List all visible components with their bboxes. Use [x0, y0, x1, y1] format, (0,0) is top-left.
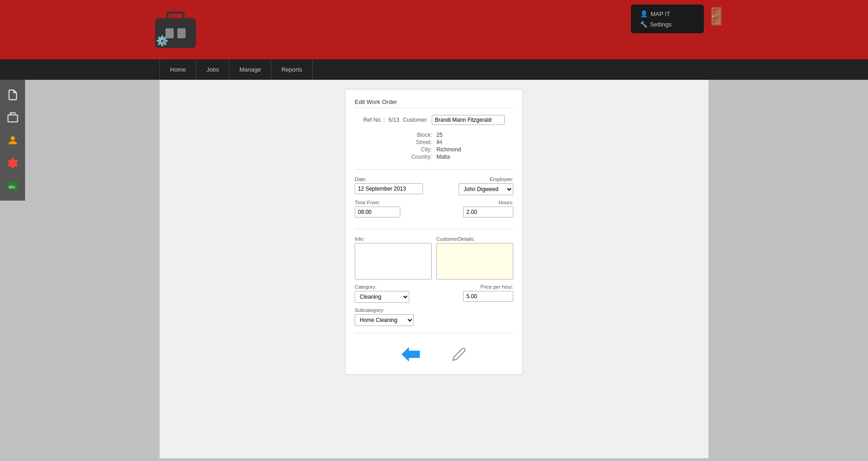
wrench-icon: 🔧: [640, 21, 647, 28]
employee-label: Employee:: [490, 176, 513, 182]
category-label: Category:: [355, 284, 409, 290]
time-from-label: Time From:: [355, 200, 400, 205]
subcategory-row: Subcategory: Home Cleaning Office Cleani…: [355, 307, 513, 326]
customer-label: Customer:: [403, 117, 428, 123]
date-employee-row: Date: Employee: John Digweed: [355, 176, 513, 195]
subcategory-select-wrapper: Home Cleaning Office Cleaning Deep Clean…: [355, 314, 513, 326]
address-section: Block: 25 Street: IH City: Richmond Coun…: [355, 132, 513, 161]
customer-input[interactable]: [432, 115, 505, 125]
person-green-icon: 👤: [640, 10, 648, 17]
category-select[interactable]: Cleaning Gardening Repairs: [355, 291, 409, 303]
street-label: Street:: [407, 139, 432, 145]
nav-bar: Home Jobs Manage Reports: [0, 59, 868, 80]
city-value: Richmond: [436, 146, 461, 153]
date-input[interactable]: [355, 183, 423, 194]
settings-link[interactable]: 🔧 Settings: [640, 21, 695, 28]
category-select-wrapper: Cleaning Gardening Repairs: [355, 291, 409, 303]
divider-3: [355, 333, 513, 333]
address-table: Block: 25 Street: IH City: Richmond Coun…: [407, 132, 461, 161]
employee-select-wrapper: John Digweed: [459, 183, 513, 195]
info-textarea[interactable]: [355, 243, 432, 280]
time-col: Time From:: [355, 200, 400, 218]
ref-label: Ref No. :: [363, 117, 385, 123]
sidebar-document-icon[interactable]: [2, 84, 23, 105]
actions-row: [355, 340, 513, 365]
category-price-row: Category: Cleaning Gardening Repairs Pri…: [355, 284, 513, 303]
nav-manage[interactable]: Manage: [229, 59, 271, 80]
time-hours-row: Time From: Hours:: [355, 200, 513, 218]
save-button[interactable]: [450, 345, 469, 365]
divider-2: [355, 229, 513, 229]
form-panel: Edit Work Order Ref No. : 6/13 Customer:…: [345, 89, 523, 375]
save-pencil-icon: [452, 347, 466, 362]
city-label: City:: [407, 146, 432, 153]
main-content: Edit Work Order Ref No. : 6/13 Customer:…: [160, 80, 708, 458]
price-col: Price per hour:: [463, 284, 513, 303]
back-arrow-icon: [402, 347, 420, 362]
subcategory-label: Subcategory:: [355, 307, 513, 313]
svg-point-0: [10, 136, 15, 140]
time-from-input[interactable]: [355, 207, 400, 218]
hours-label: Hours:: [499, 200, 513, 205]
nav-home[interactable]: Home: [160, 59, 196, 80]
form-title: Edit Work Order: [355, 98, 513, 108]
employee-select[interactable]: John Digweed: [459, 183, 513, 195]
date-label: Date:: [355, 176, 423, 182]
customer-details-col: CustomerDetails:: [436, 236, 513, 280]
header: ⚙️ 👤 MAP IT 🔧 Settings 🚪: [0, 0, 868, 59]
hours-input[interactable]: [463, 207, 513, 218]
hours-col: Hours:: [463, 200, 513, 218]
top-right-panel: 👤 MAP IT 🔧 Settings: [631, 5, 704, 33]
sidebar-person-icon[interactable]: [2, 130, 23, 150]
price-per-hour-label: Price per hour:: [480, 284, 513, 290]
address-street-row: Street: IH: [407, 139, 461, 145]
info-customer-row: Info: CustomerDetails:: [355, 236, 513, 280]
sidebar-abc-icon[interactable]: abc: [2, 176, 23, 196]
address-country-row: Country: Malta: [407, 154, 461, 160]
country-value: Malta: [436, 154, 450, 160]
street-value: IH: [436, 139, 442, 145]
briefcase-handle: [166, 11, 185, 19]
door-icon[interactable]: 🚪: [706, 7, 727, 26]
customer-details-label: CustomerDetails:: [436, 236, 513, 242]
country-label: Country:: [407, 154, 432, 160]
svg-text:abc: abc: [8, 184, 15, 189]
nav-reports[interactable]: Reports: [271, 59, 313, 80]
block-value: 25: [436, 132, 442, 138]
map-it-link[interactable]: 👤 MAP IT: [640, 10, 695, 17]
back-button[interactable]: [399, 345, 422, 365]
info-label: Info:: [355, 236, 432, 242]
gear-logo-icon: ⚙️: [156, 35, 168, 47]
map-it-label: MAP IT: [651, 10, 670, 17]
subcategory-select[interactable]: Home Cleaning Office Cleaning Deep Clean…: [355, 314, 414, 326]
employee-col: Employee: John Digweed: [459, 176, 513, 195]
sidebar-settings-icon[interactable]: [2, 153, 23, 173]
nav-jobs[interactable]: Jobs: [196, 59, 229, 80]
logo-briefcase: ⚙️: [155, 11, 198, 48]
settings-label: Settings: [650, 21, 672, 28]
left-sidebar: abc: [0, 80, 25, 201]
date-col: Date:: [355, 176, 423, 194]
block-label: Block:: [407, 132, 432, 138]
briefcase-clasp-2: [177, 28, 186, 38]
customer-details-textarea[interactable]: [436, 243, 513, 280]
logo-area: ⚙️: [155, 11, 198, 48]
category-col: Category: Cleaning Gardening Repairs: [355, 284, 409, 303]
ref-value: 6/13: [388, 117, 399, 123]
ref-line: Ref No. : 6/13 Customer:: [355, 115, 513, 125]
address-block-row: Block: 25: [407, 132, 461, 138]
sidebar-briefcase-icon[interactable]: [2, 107, 23, 128]
price-per-hour-input[interactable]: [463, 291, 513, 302]
divider-1: [355, 169, 513, 170]
info-col: Info:: [355, 236, 432, 280]
address-city-row: City: Richmond: [407, 146, 461, 153]
